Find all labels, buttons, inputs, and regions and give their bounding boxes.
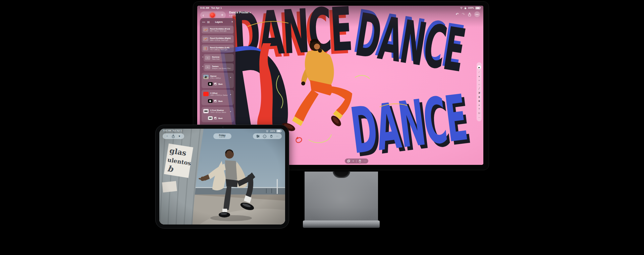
mask-thumbnail [208,82,213,86]
share-button[interactable] [172,134,175,138]
layer-thumbnail [203,109,209,113]
fisheye-vignette [159,129,285,225]
layers-panel: ••• ▤ Layers × Pencil Scribbles (Foot)83… [200,18,235,129]
more-actions-button[interactable]: ⋯ [364,160,366,162]
layer-row-dancer[interactable]: Dancer2741 × 4108 px ▾ [203,74,232,80]
move-tool-selected[interactable]: ▶ [477,65,481,70]
layer-row-pencil-scribbles-right[interactable]: Pencil Scribbles (Right)1864 × 1178 px, … [202,35,234,43]
status-date: Tue Apr 1 [173,130,182,132]
add-button[interactable]: + [221,13,223,17]
navigation-pill: ‹ + [200,11,226,19]
battery-percent: 100% [468,7,474,9]
layer-row-texture[interactable]: ◆ ≈ TextureSharpen, Line Screen, Post… [204,63,234,71]
status-time: 9:41 AM [200,7,209,9]
mask-thumbnail [208,116,213,120]
paint-tool[interactable]: ● [479,75,480,77]
layer-thumbnail [203,37,208,41]
adjustment-badge-icon: ◆ [202,56,203,58]
layers-stack-icon: ▤ [207,20,210,23]
layers-panel-header: ••• ▤ Layers × [200,18,235,24]
color-tool[interactable]: ◉ [478,100,480,102]
layer-group-foot-shadow: ◆Foot Shadow 704.6 × 25.3 px, Effects ▾ … [202,107,234,122]
layer-thumbnail [203,75,209,79]
chevron-down-icon[interactable]: ▾ [230,76,231,78]
title-chevron-icon: ▾ [250,11,251,14]
divider [356,160,357,163]
favorite-button[interactable]: ♥ [178,135,180,138]
pencil-tool[interactable]: ◆ [478,96,480,98]
app-gallery-button[interactable] [210,13,215,18]
chevron-down-icon[interactable]: ▾ [230,93,231,95]
app-toolbar: ‹ + Dance Poster▾ Edited ↶ ↷ ••• [197,10,483,20]
layer-row-duotone[interactable]: ◆ ≈ DuotoneFalse Color [204,54,234,62]
panel-more-button[interactable]: ••• [202,21,205,23]
layer-group-offset: ◆Offset 4308 × 2736.8 px, Darken ▾ Mask [202,90,234,105]
front-camera [222,127,223,128]
delete-button[interactable] [270,135,273,138]
dancer-photo[interactable]: glas ulentos b [159,129,285,225]
eraser-tool[interactable]: ◪ [478,91,480,93]
mask-badge-icon [214,83,217,85]
line-tool[interactable]: ╱ [479,87,480,89]
mask-row-offset[interactable]: Mask [208,98,232,104]
layer-thumbnail [203,92,209,96]
dance-word: DANCE [347,81,471,165]
ipad-statusbar: 9:41 AM Tue Apr 1 100% [159,130,285,133]
ipad: glas ulentos b [155,125,289,229]
orientation-lock-icon [464,7,467,9]
text-tool[interactable]: T [479,108,480,110]
wifi-icon [266,130,269,132]
photos-action-pill: i ⋯ [253,133,282,139]
layers-list: Pencil Scribbles (Foot)836 × 409 px, Viv… [200,24,235,125]
layers-panel-title: Layers [208,21,229,23]
marquee-tool[interactable]: ▭ [478,83,480,85]
arrange-button[interactable]: ≡ [353,160,354,162]
toolbar-actions: ↶ ↷ ••• [456,11,480,17]
photo-time-label: 6:33 PM [219,137,225,138]
layer-row-pencil-scribbles-foot[interactable]: Pencil Scribbles (Foot)836 × 409 px, Viv… [202,26,234,34]
layer-row-foot-shadow[interactable]: ◆Foot Shadow 704.6 × 25.3 px, Effects ▾ [203,108,232,114]
adjustment-thumbnail: ≈ [205,56,210,60]
crop-tool[interactable]: ◱ [478,112,480,114]
photos-nav-pill: ‹ ♥ [163,133,184,139]
adjust-sliders-button[interactable] [256,135,260,138]
magic-wand-tool[interactable]: ∗ [478,79,480,81]
pen-tool[interactable]: ▴ [479,104,480,106]
undo-button[interactable]: ↶ [456,12,459,16]
duplicate-button[interactable] [347,160,350,163]
chevron-down-icon[interactable]: ▾ [230,110,231,112]
delete-button[interactable] [359,160,361,163]
mask-thumbnail [208,99,213,103]
layer-group-dancer: Dancer2741 × 4108 px ▾ Mask [202,73,234,88]
adjustment-badge-icon: ◆ [202,65,203,67]
scene: DANCE DANCE DANCE DANCE D [0,0,644,255]
status-date: Tue Apr 1 [211,7,222,9]
document-title-block[interactable]: Dance Poster▾ Edited [229,11,251,17]
battery-icon [475,7,480,9]
info-button[interactable]: i [263,135,266,138]
more-tools-button[interactable]: ⋯ [478,116,480,118]
share-button[interactable] [468,12,471,16]
wifi-icon [460,7,463,9]
back-button[interactable]: ‹ [203,13,204,17]
close-icon[interactable]: × [231,20,233,23]
more-button[interactable]: ••• [474,11,480,17]
display-stand-base [303,220,380,228]
mask-badge-icon [214,117,217,119]
arrange-tool[interactable]: ∕ [479,71,479,73]
photo-date-pill[interactable]: Friday 6:33 PM [213,133,231,139]
document-title: Dance Poster [229,11,249,14]
layer-thumbnail [203,46,208,51]
layer-row-offset[interactable]: ◆Offset 4308 × 2736.8 px, Darken ▾ [203,91,232,97]
mask-row-foot-shadow[interactable]: Mask [208,115,232,121]
mask-row-dancer[interactable]: Mask [208,81,232,87]
layer-row-pencil-scribbles-left[interactable]: Pencil Scribbles (Left)770 × 1995 px, Vi… [202,45,234,52]
mask-badge-icon [214,100,217,102]
poster-word-dance-3: DANCE DANCE [347,80,474,165]
back-button[interactable]: ‹ [167,135,168,138]
clip-badge-icon: ◆ [210,109,211,111]
redo-button[interactable]: ↷ [462,12,465,16]
more-button[interactable]: ⋯ [276,135,278,137]
display-stand [305,172,378,222]
canvas-action-bar: ≡ ⋯ [345,158,368,164]
